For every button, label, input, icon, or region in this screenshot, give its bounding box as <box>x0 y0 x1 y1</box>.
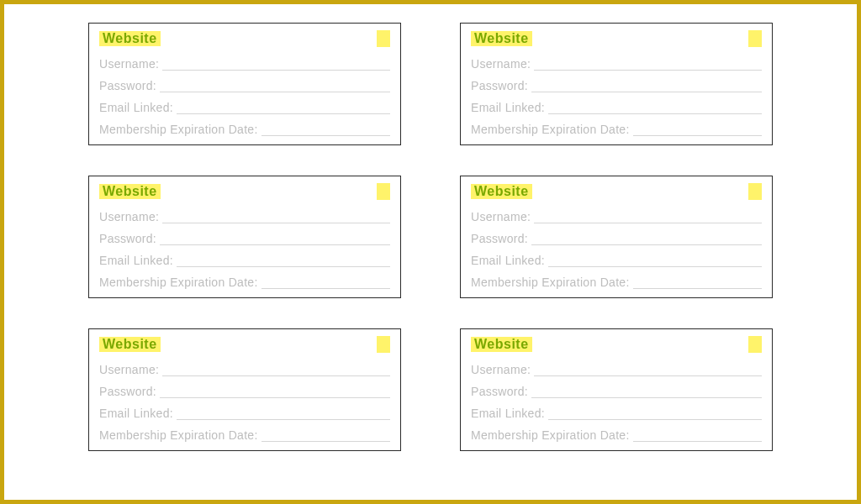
card-row: Website Username: Password: Email Linked… <box>88 23 773 145</box>
card-title-bar: Website <box>471 336 762 353</box>
field-email: Email Linked: <box>99 249 390 267</box>
card-grid: Website Username: Password: Email Linked… <box>88 23 773 451</box>
document-frame: Website Username: Password: Email Linked… <box>0 0 861 504</box>
blank-line <box>160 80 390 92</box>
field-password: Password: <box>471 74 762 92</box>
blank-line <box>534 211 762 223</box>
password-card: Website Username: Password: Email Linked… <box>88 328 401 451</box>
label-email: Email Linked: <box>471 254 545 267</box>
password-card: Website Username: Password: Email Linked… <box>460 176 773 298</box>
field-email: Email Linked: <box>471 249 762 267</box>
highlight-icon <box>377 30 390 47</box>
card-title-bar: Website <box>99 183 390 200</box>
card-title: Website <box>471 31 532 46</box>
card-title: Website <box>471 337 532 352</box>
card-row: Website Username: Password: Email Linked… <box>88 176 773 298</box>
field-password: Password: <box>99 380 390 398</box>
card-title: Website <box>99 184 161 199</box>
card-title: Website <box>99 31 161 46</box>
label-email: Email Linked: <box>99 407 173 420</box>
blank-line <box>531 386 762 398</box>
blank-line <box>633 276 762 289</box>
field-username: Username: <box>471 52 762 71</box>
card-title: Website <box>99 337 161 352</box>
card-title: Website <box>471 184 532 199</box>
label-expires: Membership Expiration Date: <box>99 428 258 442</box>
label-password: Password: <box>99 385 156 398</box>
blank-line <box>633 429 762 442</box>
label-password: Password: <box>99 79 156 92</box>
blank-line <box>261 429 390 442</box>
label-expires: Membership Expiration Date: <box>471 428 630 442</box>
field-email: Email Linked: <box>471 402 762 420</box>
field-email: Email Linked: <box>99 402 390 420</box>
blank-line <box>177 102 390 114</box>
password-card: Website Username: Password: Email Linked… <box>460 23 773 145</box>
blank-line <box>162 58 390 71</box>
password-card: Website Username: Password: Email Linked… <box>88 176 401 298</box>
field-username: Username: <box>99 358 390 376</box>
blank-line <box>162 211 390 223</box>
blank-line <box>548 407 762 420</box>
label-expires: Membership Expiration Date: <box>99 123 258 136</box>
blank-line <box>261 276 390 289</box>
card-title-bar: Website <box>471 183 762 200</box>
field-expires: Membership Expiration Date: <box>99 423 390 442</box>
blank-line <box>177 407 390 420</box>
field-password: Password: <box>99 74 390 92</box>
label-email: Email Linked: <box>99 101 173 114</box>
blank-line <box>160 233 390 245</box>
blank-line <box>531 233 762 245</box>
label-expires: Membership Expiration Date: <box>99 276 258 289</box>
blank-line <box>534 364 762 376</box>
field-username: Username: <box>99 52 390 71</box>
label-username: Username: <box>471 363 531 376</box>
label-username: Username: <box>471 57 531 71</box>
highlight-icon <box>748 30 762 47</box>
label-password: Password: <box>471 79 528 92</box>
field-email: Email Linked: <box>99 96 390 114</box>
field-password: Password: <box>471 227 762 245</box>
label-username: Username: <box>99 210 159 223</box>
label-email: Email Linked: <box>471 407 545 420</box>
blank-line <box>548 102 762 114</box>
field-expires: Membership Expiration Date: <box>471 423 762 442</box>
label-expires: Membership Expiration Date: <box>471 123 630 136</box>
card-row: Website Username: Password: Email Linked… <box>88 328 773 451</box>
field-username: Username: <box>471 358 762 376</box>
field-email: Email Linked: <box>471 96 762 114</box>
field-expires: Membership Expiration Date: <box>471 270 762 289</box>
field-username: Username: <box>99 205 390 223</box>
label-username: Username: <box>471 210 531 223</box>
label-username: Username: <box>99 363 159 376</box>
highlight-icon <box>377 336 390 353</box>
password-card: Website Username: Password: Email Linked… <box>460 328 773 451</box>
highlight-icon <box>748 183 762 200</box>
blank-line <box>633 123 762 136</box>
blank-line <box>531 80 762 92</box>
blank-line <box>160 386 390 398</box>
blank-line <box>534 58 762 71</box>
field-username: Username: <box>471 205 762 223</box>
card-title-bar: Website <box>471 30 762 47</box>
label-email: Email Linked: <box>99 254 173 267</box>
label-password: Password: <box>471 385 528 398</box>
label-expires: Membership Expiration Date: <box>471 276 630 289</box>
field-password: Password: <box>99 227 390 245</box>
field-password: Password: <box>471 380 762 398</box>
highlight-icon <box>377 183 390 200</box>
card-title-bar: Website <box>99 336 390 353</box>
label-username: Username: <box>99 57 159 71</box>
label-email: Email Linked: <box>471 101 545 114</box>
blank-line <box>177 255 390 267</box>
blank-line <box>261 123 390 136</box>
label-password: Password: <box>471 232 528 245</box>
highlight-icon <box>748 336 762 353</box>
blank-line <box>162 364 390 376</box>
field-expires: Membership Expiration Date: <box>99 118 390 136</box>
blank-line <box>548 255 762 267</box>
field-expires: Membership Expiration Date: <box>471 118 762 136</box>
card-title-bar: Website <box>99 30 390 47</box>
label-password: Password: <box>99 232 156 245</box>
field-expires: Membership Expiration Date: <box>99 270 390 289</box>
